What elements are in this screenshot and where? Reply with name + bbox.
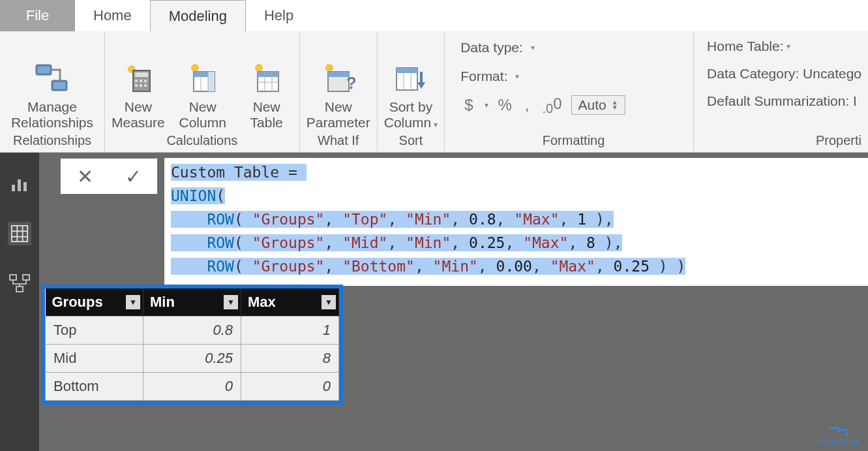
table-header-row: Groups▼ Min▼ Max▼ <box>46 288 339 317</box>
new-measure-button[interactable]: New Measure <box>112 60 165 131</box>
currency-button[interactable]: $ <box>460 96 477 114</box>
svg-point-17 <box>255 64 263 72</box>
home-table-label: Home Table: <box>707 39 784 54</box>
table-row[interactable]: Mid 0.25 8 <box>46 345 339 373</box>
svg-text:?: ? <box>346 73 355 93</box>
report-view-icon[interactable] <box>8 172 31 196</box>
cell-min: 0.25 <box>143 345 241 373</box>
new-table-icon <box>248 60 285 97</box>
table-row[interactable]: Top 0.8 1 <box>46 317 339 345</box>
data-view-icon[interactable] <box>8 222 31 245</box>
svg-rect-28 <box>397 68 417 73</box>
decimal-button[interactable]: .00 <box>539 95 566 116</box>
cancel-formula-button[interactable]: ✕ <box>77 165 93 188</box>
dax-formula-editor[interactable]: Custom Table = UNION( ROW( "Groups", "To… <box>164 158 868 286</box>
cell-max: 8 <box>241 345 339 373</box>
group-title-whatif: What If <box>318 133 359 151</box>
manage-relationships-label: Manage Relationships <box>11 99 93 131</box>
svg-rect-8 <box>135 84 138 87</box>
parameter-icon: ? <box>320 60 357 97</box>
group-formatting: Data type: ▾ Format: ▾ $▾ % , .00 Auto ▲… <box>445 31 693 152</box>
data-category-label: Data Category: Uncatego <box>707 66 861 82</box>
group-sort: Sort by Column▾ Sort <box>378 31 445 152</box>
col-header-min: Min <box>150 294 175 310</box>
tab-home[interactable]: Home <box>75 0 150 31</box>
filter-max-button[interactable]: ▼ <box>322 295 336 309</box>
body-area: ✕ ✓ Custom Table = UNION( ROW( "Groups",… <box>0 153 868 451</box>
cell-min: 0 <box>143 373 241 401</box>
cell-groups: Bottom <box>46 373 143 401</box>
format-label: Format: <box>460 69 507 84</box>
sort-by-column-button[interactable]: Sort by Column▾ <box>384 60 438 131</box>
thousands-button[interactable]: , <box>521 96 533 114</box>
svg-rect-9 <box>140 84 142 87</box>
calculator-icon <box>120 60 157 97</box>
cell-groups: Mid <box>46 345 143 373</box>
svg-rect-31 <box>12 185 15 191</box>
group-whatif: ? New Parameter What If <box>300 31 378 152</box>
svg-point-23 <box>325 64 333 72</box>
filter-groups-button[interactable]: ▼ <box>126 295 140 309</box>
new-column-label: New Column <box>179 99 226 131</box>
group-title-formatting: Formatting <box>543 133 605 151</box>
table-row[interactable]: Bottom 0 0 <box>46 373 339 401</box>
cell-max: 0 <box>241 373 339 401</box>
watermark: SUBSCRIBE <box>818 425 860 446</box>
svg-rect-14 <box>208 72 215 91</box>
new-table-button[interactable]: New Table <box>241 60 293 131</box>
new-parameter-button[interactable]: ? New Parameter <box>307 60 370 131</box>
svg-rect-19 <box>258 72 278 77</box>
group-calculations: New Measure New Column <box>105 31 300 152</box>
svg-point-11 <box>191 64 199 72</box>
sort-by-column-label: Sort by Column▾ <box>384 99 438 131</box>
relationships-icon <box>34 60 70 97</box>
svg-rect-33 <box>23 182 27 191</box>
commit-formula-button[interactable]: ✓ <box>125 165 142 188</box>
sort-icon <box>393 60 429 97</box>
model-view-icon[interactable] <box>8 272 31 295</box>
svg-rect-5 <box>135 80 138 82</box>
home-table-dropdown[interactable]: ▾ <box>786 42 790 51</box>
tab-modeling[interactable]: Modeling <box>150 0 246 31</box>
svg-rect-10 <box>144 84 147 87</box>
group-title-sort: Sort <box>399 133 423 151</box>
group-title-calculations: Calculations <box>166 133 237 151</box>
tab-file[interactable]: File <box>0 0 75 31</box>
svg-rect-6 <box>140 80 142 82</box>
result-table: Groups▼ Min▼ Max▼ Top 0.8 1 Mid 0.25 8 B… <box>41 285 343 405</box>
filter-min-button[interactable]: ▼ <box>224 295 238 309</box>
decimal-auto-box[interactable]: Auto ▲▼ <box>571 95 625 115</box>
new-column-icon <box>185 60 221 97</box>
new-parameter-label: New Parameter <box>307 99 370 131</box>
new-column-button[interactable]: New Column <box>177 60 229 131</box>
cell-groups: Top <box>46 317 143 345</box>
svg-rect-4 <box>135 72 148 77</box>
manage-relationships-button[interactable]: Manage Relationships <box>7 60 98 131</box>
svg-rect-40 <box>23 275 29 280</box>
group-relationships: Manage Relationships Relationships <box>0 31 105 152</box>
svg-rect-41 <box>16 287 23 292</box>
cell-max: 1 <box>241 317 339 345</box>
tab-help[interactable]: Help <box>246 0 312 31</box>
new-table-label: New Table <box>250 99 283 131</box>
summarization-label: Default Summarization: I <box>707 93 857 109</box>
new-measure-label: New Measure <box>112 99 165 131</box>
data-type-label: Data type: <box>460 40 523 55</box>
col-header-groups: Groups <box>52 294 103 310</box>
data-type-dropdown[interactable]: ▾ <box>531 43 535 52</box>
cell-min: 0.8 <box>143 317 241 345</box>
percent-button[interactable]: % <box>494 96 515 114</box>
view-rail <box>0 153 39 451</box>
group-properties: Home Table:▾ Data Category: Uncatego Def… <box>693 31 868 152</box>
svg-rect-1 <box>52 81 67 90</box>
format-dropdown[interactable]: ▾ <box>515 72 519 81</box>
ribbon: Manage Relationships Relationships New M… <box>0 31 868 153</box>
group-title-properties: Properti <box>816 133 861 151</box>
svg-rect-32 <box>18 179 21 191</box>
svg-rect-39 <box>10 275 16 280</box>
ribbon-tabs: File Home Modeling Help <box>0 0 868 31</box>
svg-rect-0 <box>37 65 51 74</box>
col-header-max: Max <box>248 294 276 310</box>
svg-rect-34 <box>12 226 27 241</box>
group-title-relationships: Relationships <box>13 133 91 151</box>
